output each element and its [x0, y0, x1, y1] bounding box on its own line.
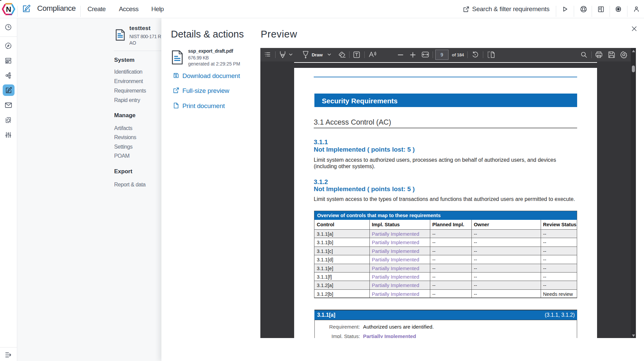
svg-text:N: N [6, 5, 11, 14]
